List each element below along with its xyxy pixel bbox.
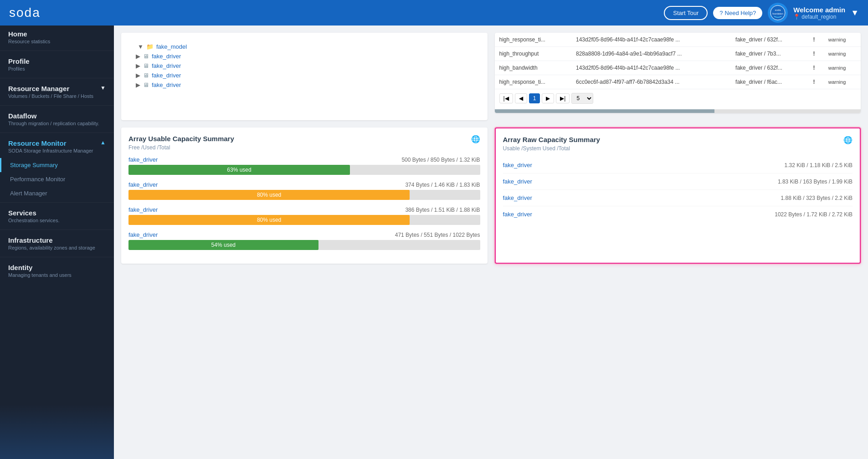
sidebar-item-home[interactable]: Home Resource statistics [0,26,114,49]
alert-warning-1: warning [824,33,861,47]
prev-page-button[interactable]: ◀ [515,93,527,103]
usable-card-icon: 🌐 [471,135,480,143]
alert-name-1: high_response_ti... [495,33,572,47]
table-row: high_response_ti... 143d2f05-8d96-4f4b-a… [495,33,861,47]
usable-card-title: Array Usable Capacity Summary [128,135,480,143]
expand-arrow-2: ▶ [136,62,140,69]
sidebar-item-infrastructure[interactable]: Infrastructure Regions, availability zon… [0,232,114,255]
logo: soda [9,5,41,20]
table-row: high_response_ti... 6cc0ec6f-ad87-4f97-a… [495,75,861,89]
page-1-button[interactable]: 1 [529,93,540,103]
sidebar-id-title: Identity [8,264,106,271]
driver-row-1: fake_driver 500 Bytes / 850 Bytes / 1.32… [128,156,480,175]
expand-arrow-4: ▶ [136,82,140,88]
tree-child-label-2: fake_driver [152,62,181,69]
alert-hash-1: 143d2f05-8d96-4f4b-a41f-42c7caae98fe ... [571,33,731,47]
alert-exclaim-1: ! [808,33,823,47]
raw-driver-name-4[interactable]: fake_driver [503,211,532,218]
raw-driver-values-3: 1.88 KiB / 323 Bytes / 2.2 KiB [781,195,853,201]
driver-header-4: fake_driver 471 Bytes / 551 Bytes / 1022… [128,231,480,238]
driver-icon-3: 🖥 [143,72,149,79]
sidebar-id-sub: Managing tenants and users [8,272,106,278]
per-page-select[interactable]: 5 10 25 [571,93,593,104]
need-help-button[interactable]: ? ? Need Help? Need Help? [713,7,762,19]
driver-values-4: 471 Bytes / 551 Bytes / 1022 Bytes [395,232,480,238]
divider4 [0,133,114,133]
user-menu-chevron[interactable]: ▼ [851,8,859,18]
raw-driver-values-4: 1022 Bytes / 1.72 KiB / 2.72 KiB [775,211,853,218]
usable-card-subtitle: Free /Used /Total [128,144,480,151]
raw-table: fake_driver 1.32 KiB / 1.18 KiB / 2.5 Ki… [503,157,853,222]
raw-row-2: fake_driver 1.83 KiB / 163 Bytes / 1.99 … [503,173,853,190]
driver-values-2: 374 Bytes / 1.46 KiB / 1.83 KiB [405,182,480,188]
top-row: ▼ 📁 fake_model ▶ 🖥 fake_driver ▶ 🖥 fake_… [121,33,861,120]
sidebar-profile-title: Profile [8,57,106,65]
sidebar-profile-sub: Profiles [8,66,106,71]
tree-root[interactable]: ▼ 📁 fake_model [128,42,480,51]
driver-icon-2: 🖥 [143,62,149,69]
sidebar-item-resource-monitor[interactable]: Resource Monitor ▲ SODA Storage Infrastr… [0,135,114,158]
raw-row-3: fake_driver 1.88 KiB / 323 Bytes / 2.2 K… [503,190,853,206]
question-icon: ? [719,10,723,16]
sidebar-item-identity[interactable]: Identity Managing tenants and users [0,259,114,282]
next-page-button[interactable]: ▶ [542,93,554,103]
tree-child-3[interactable]: ▶ 🖥 fake_driver [128,71,480,80]
start-tour-button[interactable]: Start Tour [664,6,708,20]
sidebar-sub-performance-monitor[interactable]: Performance Monitor [0,172,114,186]
driver-header-2: fake_driver 374 Bytes / 1.46 KiB / 1.83 … [128,181,480,188]
bar-track-1: 63% used [128,165,480,175]
raw-capacity-card: 🌐 Array Raw Capacity Summary Usable /Sys… [495,128,861,264]
main-content: ▼ 📁 fake_model ▶ 🖥 fake_driver ▶ 🖥 fake_… [114,26,868,459]
driver-row-2: fake_driver 374 Bytes / 1.46 KiB / 1.83 … [128,181,480,200]
sidebar-df-title: Dataflow [8,112,106,120]
bar-fill-1: 63% used [128,165,350,175]
raw-card-subtitle: Usable /System Used /Total [503,145,853,152]
divider3 [0,105,114,106]
folder-icon: 📁 [146,43,154,50]
sidebar-sub-alert-manager[interactable]: Alert Manager [0,186,114,200]
sidebar-item-dataflow[interactable]: Dataflow Through migration / replication… [0,107,114,131]
alert-table: high_response_ti... 143d2f05-8d96-4f4b-a… [495,33,861,89]
last-page-button[interactable]: ▶| [556,93,570,103]
alert-driver-2: fake_driver / 7b3... [731,47,808,61]
bottom-row: 🌐 Array Usable Capacity Summary Free /Us… [121,128,861,264]
raw-driver-name-1[interactable]: fake_driver [503,162,532,168]
sidebar-home-title: Home [8,30,106,38]
driver-name-2[interactable]: fake_driver [128,181,158,188]
raw-driver-name-3[interactable]: fake_driver [503,194,532,201]
tree-child-label-4: fake_driver [152,82,181,88]
alert-exclaim-4: ! [808,75,823,89]
expand-arrow-1: ▶ [136,53,140,60]
tree-child-1[interactable]: ▶ 🖥 fake_driver [128,51,480,61]
sidebar-item-services[interactable]: Services Orchestration services. [0,204,114,228]
divider5 [0,202,114,203]
tree-root-label: fake_model [156,43,187,50]
sidebar-home-sub: Resource statistics [8,39,106,44]
raw-driver-name-2[interactable]: fake_driver [503,178,532,185]
divider7 [0,257,114,257]
tree-child-label-1: fake_driver [152,53,181,60]
tree-child-4[interactable]: ▶ 🖥 fake_driver [128,80,480,90]
tree-card: ▼ 📁 fake_model ▶ 🖥 fake_driver ▶ 🖥 fake_… [121,33,488,120]
driver-name-4[interactable]: fake_driver [128,231,158,238]
bar-fill-4: 54% used [128,240,318,250]
header-right: Start Tour ? ? Need Help? Need Help? sod… [664,3,859,23]
sidebar-item-resource-manager[interactable]: Resource Manager ▼ Volumes / Buckets / F… [0,80,114,103]
driver-name-3[interactable]: fake_driver [128,206,158,213]
alert-exclaim-3: ! [808,61,823,75]
alert-driver-1: fake_driver / 632f... [731,33,808,47]
alert-hash-3: 143d2f05-8d96-4f4b-a41f-42c7caae98fe ... [571,61,731,75]
first-page-button[interactable]: |◀ [499,93,513,103]
welcome-text: Welcome admin [793,6,845,14]
horizontal-scrollbar[interactable] [495,109,861,113]
table-row: high_throughput 828a8808-1d96-4a84-a9e1-… [495,47,861,61]
sidebar-sub-storage-summary[interactable]: Storage Summary [0,158,114,172]
tree-child-2[interactable]: ▶ 🖥 fake_driver [128,61,480,71]
driver-name-1[interactable]: fake_driver [128,156,158,163]
driver-header-1: fake_driver 500 Bytes / 850 Bytes / 1.32… [128,156,480,163]
header: soda Start Tour ? ? Need Help? Need Help… [0,0,868,26]
sidebar-item-profile[interactable]: Profile Profiles [0,53,114,76]
alert-driver-3: fake_driver / 632f... [731,61,808,75]
scroll-thumb [495,109,714,113]
sidebar-monitor-title: Resource Monitor ▲ [8,139,106,147]
